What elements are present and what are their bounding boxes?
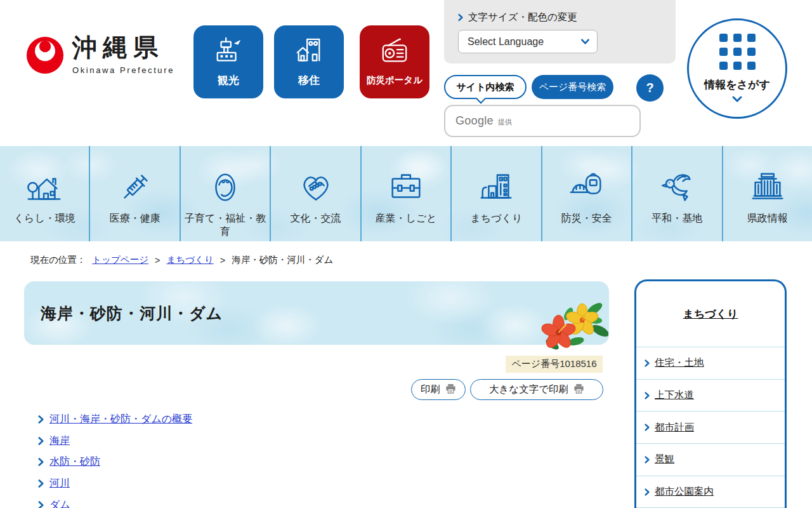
okinawa-symbol-icon	[25, 35, 65, 78]
link-flood-erosion[interactable]: 水防・砂防	[49, 455, 100, 469]
emergency-radio-icon	[380, 37, 409, 69]
list-item: ダム	[38, 494, 192, 508]
nav-item-medical-health[interactable]: 医療・健康	[90, 146, 180, 241]
breadcrumb: 現在の位置： トップページ > まちづくり > 海岸・砂防・河川・ダム	[30, 254, 333, 266]
printer-icon	[445, 384, 456, 396]
sidebar-item-landscape[interactable]: 景観	[636, 443, 785, 476]
chevron-right-icon	[645, 488, 650, 496]
chevron-right-icon	[38, 501, 44, 508]
syringe-icon	[115, 146, 155, 207]
nav-item-industry-work[interactable]: 産業・しごと	[362, 146, 452, 241]
disaster-portal-button[interactable]: 防災ポータル	[360, 25, 429, 98]
sidebar-item-water-sewer[interactable]: 上下水道	[636, 379, 785, 411]
chevron-right-icon	[645, 456, 650, 464]
nav-item-prefectural-info[interactable]: 県政情報	[723, 146, 812, 241]
chevron-right-icon	[38, 437, 44, 445]
nav-item-childcare-welfare-education[interactable]: 子育て・福祉・教育	[181, 146, 271, 241]
chevron-down-icon	[581, 39, 589, 44]
handshake-heart-icon	[296, 146, 336, 207]
tab-pointer	[476, 93, 487, 104]
relocation-label: 移住	[298, 73, 320, 88]
breadcrumb-link-top[interactable]: トップページ	[92, 254, 148, 266]
text-size-color-link[interactable]: 文字サイズ・配色の変更	[458, 11, 577, 24]
list-item: 海岸	[38, 431, 192, 452]
nav-item-living-environment[interactable]: くらし・環境	[0, 146, 90, 241]
google-provided-label: 提供	[498, 117, 512, 127]
baby-icon	[206, 146, 245, 207]
tourism-button[interactable]: 観光	[193, 25, 263, 98]
link-overview[interactable]: 河川・海岸・砂防・ダムの概要	[49, 413, 192, 426]
page-title: 海岸・砂防・河川・ダム	[41, 303, 223, 324]
nav-item-disaster-safety[interactable]: 防災・安全	[542, 146, 632, 241]
link-dams[interactable]: ダム	[49, 498, 70, 508]
hibiscus-flowers-illustration	[540, 296, 608, 357]
list-item: 水防・砂防	[38, 451, 192, 473]
chevron-right-icon	[645, 424, 650, 431]
page-number-badge: ページ番号1018516	[506, 356, 603, 373]
nav-item-culture-exchange[interactable]: 文化・交流	[271, 146, 361, 241]
disaster-portal-label: 防災ポータル	[367, 74, 422, 86]
chevron-right-icon	[38, 415, 44, 424]
find-info-button[interactable]: 情報をさがす	[687, 18, 787, 119]
site-search-input[interactable]: Google 提供	[444, 105, 641, 137]
chevron-right-icon	[38, 458, 44, 466]
sidebar-title-machizukuri[interactable]: まちづくり	[636, 281, 785, 347]
helmet-backpack-icon	[567, 146, 606, 207]
sidebar-item-city-planning[interactable]: 都市計画	[636, 411, 785, 443]
print-large-text-button[interactable]: 大きな文字で印刷	[470, 379, 603, 400]
chevron-right-icon	[645, 392, 650, 399]
sidebar-item-housing-land[interactable]: 住宅・土地	[636, 347, 785, 379]
airport-tower-icon	[214, 36, 243, 68]
chevron-down-icon	[732, 92, 742, 105]
language-select[interactable]: Select Language	[458, 30, 598, 53]
page-title-banner: 海岸・砂防・河川・ダム	[24, 281, 609, 345]
site-title: 沖縄県	[72, 35, 174, 61]
tab-site-search[interactable]: サイト内検索	[444, 75, 527, 99]
chevron-right-icon	[38, 479, 44, 488]
nav-item-peace-bases[interactable]: 平和・基地	[632, 146, 723, 241]
accessibility-panel: 文字サイズ・配色の変更 Select Language	[444, 0, 676, 64]
tab-page-number-search[interactable]: ページ番号検索	[532, 75, 613, 99]
category-sidebar: まちづくり 住宅・土地 上下水道 都市計画 景観	[634, 279, 787, 508]
relocation-button[interactable]: 移住	[274, 25, 344, 98]
help-button[interactable]: ?	[636, 74, 664, 102]
chevron-right-icon	[458, 13, 463, 22]
link-rivers[interactable]: 河川	[49, 477, 70, 490]
breadcrumb-link-machizukuri[interactable]: まちづくり	[167, 254, 214, 266]
town-icon	[476, 146, 516, 207]
briefcase-icon	[386, 146, 426, 207]
main-navigation: くらし・環境 医療・健康	[0, 146, 812, 241]
content-link-list: 河川・海岸・砂防・ダムの概要 海岸 水防・砂防 河川 ダム	[38, 409, 192, 508]
government-building-icon	[748, 146, 787, 207]
tourism-label: 観光	[218, 73, 239, 88]
printer-icon	[573, 384, 584, 396]
grid-icon	[719, 34, 756, 70]
breadcrumb-prefix: 現在の位置：	[30, 254, 86, 266]
site-subtitle: Okinawa Prefecture	[72, 65, 174, 75]
link-coast[interactable]: 海岸	[49, 434, 70, 448]
breadcrumb-current: 海岸・砂防・河川・ダム	[232, 254, 333, 266]
chevron-right-icon	[645, 359, 650, 367]
dove-icon	[657, 146, 697, 207]
sidebar-item-city-parks[interactable]: 都市公園案内	[636, 476, 785, 508]
relocation-house-icon	[294, 36, 324, 68]
nav-item-town-planning[interactable]: まちづくり	[452, 146, 542, 241]
okinawa-prefecture-page: 沖縄県 Okinawa Prefecture 観光	[0, 0, 812, 508]
print-button[interactable]: 印刷	[411, 379, 466, 400]
house-tree-icon	[25, 146, 64, 207]
find-info-label: 情報をさがす	[704, 77, 770, 92]
list-item: 河川・海岸・砂防・ダムの概要	[38, 409, 192, 431]
google-brand-label: Google	[455, 114, 494, 128]
site-logo[interactable]: 沖縄県 Okinawa Prefecture	[25, 35, 174, 78]
list-item: 河川	[38, 473, 192, 495]
